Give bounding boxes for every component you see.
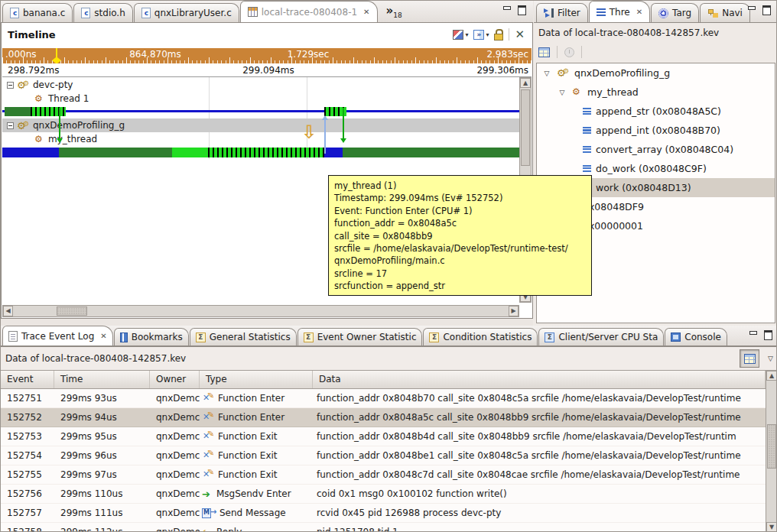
maximize-icon[interactable]: [763, 330, 772, 338]
scroll-up-icon[interactable]: ▲: [520, 78, 531, 88]
timeline-segment-dkgreen: [59, 148, 172, 157]
event-row-152757[interactable]: 152757299ms 111usqnxDemcSend Messagercvi…: [1, 504, 766, 523]
timeline-row-my-thread[interactable]: my_thread: [34, 132, 97, 146]
editor-tab-qnxlibraryuser-c[interactable]: qnxLibraryUser.c: [134, 3, 239, 22]
event-row-152753[interactable]: 152753299ms 95usqnxDemcFunction Exitfunc…: [1, 427, 766, 446]
view-tab-general-statistics[interactable]: General Statistics: [190, 328, 297, 345]
scrollbar-thumb[interactable]: [767, 424, 776, 469]
ruler-label: 2.983sec: [486, 49, 528, 60]
tree-item-my-thread[interactable]: ▽my_thread: [537, 83, 775, 102]
editor-tab-local-trace-080408-1[interactable]: local-trace-080408-1✕: [240, 1, 378, 22]
scrollbar-thumb[interactable]: [57, 307, 87, 316]
view-tab-console[interactable]: Console: [665, 328, 727, 345]
legend-button[interactable]: ▾: [453, 30, 468, 40]
close-icon[interactable]: ✕: [100, 332, 106, 340]
dropdown-arrow-icon[interactable]: ▾: [465, 31, 468, 38]
timeline-bar-devc-pty-thread-1[interactable]: [2, 107, 519, 116]
view-menu-icon[interactable]: ▽: [768, 355, 773, 362]
event-marker-green-down-icon: [343, 108, 344, 141]
cell-data: function_addr 0x8048b70 call_site 0x8048…: [313, 393, 766, 404]
scroll-up-icon[interactable]: ▲: [766, 371, 777, 381]
type-label: MsgSendv Enter: [216, 488, 291, 499]
editor-tab-overflow[interactable]: »18: [386, 4, 402, 19]
cell-time: 299ms 97us: [54, 469, 150, 480]
sigma-icon: [196, 332, 206, 342]
column-header-data[interactable]: Data: [313, 371, 766, 388]
view-tab-event-owner-statistic[interactable]: Event Owner Statistic: [297, 328, 423, 345]
scroll-left-icon[interactable]: ◀: [3, 306, 13, 316]
event-table-header[interactable]: EventTimeOwnerTypeData: [1, 370, 766, 389]
close-icon[interactable]: ✕: [363, 8, 369, 16]
event-marker-green-down-icon: [59, 108, 60, 141]
dropdown-arrow-icon[interactable]: ▾: [486, 31, 489, 38]
export-button[interactable]: ▾: [473, 30, 489, 40]
timeline-horizontal-scrollbar[interactable]: ◀ ▶: [2, 305, 519, 317]
view-tab-filter[interactable]: Filter: [536, 3, 588, 22]
timeline-row-label: qnxDemoProfiling_g: [33, 120, 125, 131]
minimize-icon[interactable]: [749, 330, 757, 338]
view-tab-bookmarks[interactable]: Bookmarks: [114, 328, 189, 345]
editor-tab-banana-c[interactable]: banana.c: [2, 3, 73, 22]
view-tab-client-server-cpu-sta[interactable]: Client/Server CPU Sta: [538, 328, 664, 345]
timeline-segment-striped: [208, 148, 324, 157]
expander-icon[interactable]: ▽: [557, 89, 567, 96]
tree-item-append-int-0x08048b70[interactable]: append_int (0x08048B70): [537, 121, 775, 140]
expander-icon[interactable]: ▽: [541, 70, 552, 77]
grid-icon[interactable]: [538, 47, 550, 57]
cell-time: 299ms 96us: [54, 450, 150, 461]
event-row-152751[interactable]: 152751299ms 93usqnxDemcFunction Enterfun…: [1, 389, 766, 408]
maximize-icon[interactable]: [517, 5, 525, 13]
minimize-icon[interactable]: [502, 5, 511, 13]
view-tab-condition-statistics[interactable]: Condition Statistics: [423, 328, 538, 345]
column-header-event[interactable]: Event: [1, 371, 54, 388]
event-row-152758[interactable]: 152758299ms 112usqnxDemoReplypid 1251708…: [1, 523, 766, 532]
timeline-ruler-full[interactable]: .000ns864.870ms1.729sec2.983sec: [2, 48, 532, 63]
timeline-ruler-zoom[interactable]: 298.792ms299.094ms299.306ms: [2, 64, 532, 77]
view-tab-targ[interactable]: Targ: [651, 3, 699, 22]
tab-label: Condition Statistics: [443, 332, 532, 342]
timeline-row-qnxdemoprofiling-g[interactable]: qnxDemoProfiling_g: [2, 118, 519, 132]
expander-icon[interactable]: [7, 82, 14, 89]
timeline-bar-qnxdemoprofiling-g-my-thread[interactable]: [2, 148, 519, 157]
column-header-owner[interactable]: Owner: [150, 371, 200, 388]
tree-item-convert-array-0x08048c04[interactable]: convert_array (0x08048C04): [537, 140, 775, 159]
timeline-segment-blue: [324, 148, 343, 157]
minimize-icon[interactable]: [747, 5, 756, 13]
close-view-icon[interactable]: ✕: [515, 29, 525, 41]
lock-button[interactable]: [494, 29, 503, 40]
event-row-152756[interactable]: 152756299ms 110usqnxDemcMsgSendv Enterco…: [1, 485, 766, 504]
type-label: Reply: [216, 527, 242, 532]
scroll-right-icon[interactable]: ▶: [509, 306, 519, 316]
timeline-row-thread-1[interactable]: Thread 1: [34, 92, 89, 105]
tab-label: Bookmarks: [132, 332, 183, 342]
view-tab-navi[interactable]: Navi: [700, 3, 750, 22]
tree-item-label: qnxDemoProfiling_g: [574, 67, 670, 79]
event-table-scrollbar[interactable]: ▲ ▼: [766, 370, 777, 532]
func-icon: [202, 469, 215, 480]
event-row-152755[interactable]: 152755299ms 97usqnxDemcFunction Exitfunc…: [1, 466, 766, 485]
tab-label: Event Owner Statistic: [317, 332, 417, 342]
maximize-icon[interactable]: [762, 5, 770, 13]
view-tab-trace-event-log[interactable]: Trace Event Log✕: [2, 326, 113, 345]
scroll-down-icon[interactable]: ▼: [766, 522, 777, 532]
timeline-row-devc-pty[interactable]: devc-pty: [7, 78, 73, 92]
tree-item-append-str-0x08048a5c[interactable]: append_str (0x08048A5C): [537, 102, 775, 121]
ruler-major-ticks: [2, 57, 532, 63]
table-view-toggle-button[interactable]: [740, 349, 759, 368]
column-header-time[interactable]: Time: [54, 371, 150, 388]
event-row-152752[interactable]: 152752299ms 94usqnxDemcFunction Enterfun…: [1, 408, 766, 427]
right-panel-chrome: [747, 5, 770, 13]
event-row-152754[interactable]: 152754299ms 96usqnxDemcFunction Exitfunc…: [1, 446, 766, 466]
editor-tab-stdio-h[interactable]: stdio.h: [73, 3, 132, 22]
gears-icon: [17, 120, 30, 131]
ruler-cursor[interactable]: [56, 48, 57, 63]
tree-item-qnxdemoprofiling-g[interactable]: ▽qnxDemoProfiling_g: [537, 63, 775, 83]
expander-icon[interactable]: [7, 122, 14, 129]
scrollbar-thumb[interactable]: [521, 89, 530, 166]
close-icon[interactable]: ✕: [636, 8, 642, 16]
cell-owner: qnxDemc: [150, 393, 200, 404]
column-header-type[interactable]: Type: [200, 371, 313, 388]
tooltip-line: Timestamp: 299.094ms (Ev# 152752): [334, 192, 586, 204]
timeline-row-label: my_thread: [48, 134, 97, 144]
view-tab-thre[interactable]: Thre✕: [589, 1, 650, 22]
